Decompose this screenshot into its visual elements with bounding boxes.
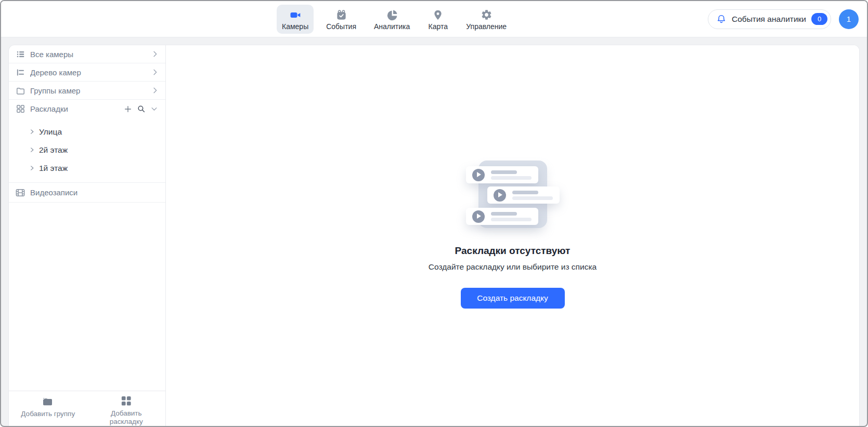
tab-management[interactable]: Управление <box>461 5 512 34</box>
map-pin-icon <box>432 8 444 22</box>
sidebar-item-camera-groups[interactable]: Группы камер <box>9 82 165 100</box>
tab-cameras[interactable]: Камеры <box>277 5 314 34</box>
main-nav: Камеры События Аналитика Карта <box>277 5 512 34</box>
add-group-label: Добавить группу <box>21 410 75 418</box>
tab-map[interactable]: Карта <box>422 5 454 34</box>
chevron-right-icon <box>151 86 159 95</box>
empty-state-title: Раскладки отсутствуют <box>455 245 571 257</box>
layouts-search-button[interactable] <box>136 103 147 114</box>
analytics-events-button[interactable]: События аналитики 0 <box>708 9 831 29</box>
tab-analytics[interactable]: Аналитика <box>369 5 415 34</box>
tree-item-label: 2й этаж <box>39 145 68 155</box>
sidebar-item-label: Видеозаписи <box>30 188 77 197</box>
top-bar: Камеры События Аналитика Карта <box>1 1 867 37</box>
empty-state-subtitle: Создайте раскладку или выбирите из списк… <box>429 262 597 272</box>
film-icon <box>15 188 25 198</box>
tab-label: Управление <box>466 22 507 31</box>
create-layout-button[interactable]: Создать раскладку <box>461 288 565 309</box>
sidebar: Все камеры Дерево камер Группы камер <box>9 45 166 426</box>
bell-icon <box>716 14 727 24</box>
sidebar-item-recordings[interactable]: Видеозаписи <box>9 183 165 203</box>
chevron-right-icon <box>29 147 35 153</box>
tree-item-label: 1й этаж <box>39 164 68 173</box>
main-area: Раскладки отсутствуют Создайте раскладку… <box>166 45 859 426</box>
tree-icon <box>15 67 25 77</box>
tab-label: Карта <box>429 22 448 31</box>
user-avatar[interactable]: 1 <box>839 9 859 29</box>
chevron-right-icon <box>151 68 159 76</box>
sidebar-spacer <box>9 203 165 391</box>
sidebar-item-label: Раскладки <box>30 104 68 113</box>
add-group-button[interactable]: Добавить группу <box>9 395 87 423</box>
empty-state: Раскладки отсутствуют Создайте раскладку… <box>166 45 859 309</box>
layouts-collapse-button[interactable] <box>149 104 159 114</box>
illustration-card <box>466 166 538 183</box>
grid-solid-icon <box>120 395 132 407</box>
sidebar-item-label: Все камеры <box>30 50 73 59</box>
video-camera-icon <box>289 8 302 22</box>
header-right-controls: События аналитики 0 1 <box>708 9 859 29</box>
tree-item-label: Улица <box>39 127 62 137</box>
search-icon <box>137 104 146 113</box>
content-panel: Все камеры Дерево камер Группы камер <box>8 45 860 426</box>
tab-events[interactable]: События <box>321 5 361 34</box>
gear-icon <box>481 8 493 22</box>
calendar-check-icon <box>335 8 347 22</box>
chevron-right-icon <box>29 165 35 171</box>
play-circle-icon <box>494 189 506 202</box>
chevron-right-icon <box>151 50 159 58</box>
tree-item-street[interactable]: Улица <box>9 123 165 141</box>
tree-item-floor-2[interactable]: 2й этаж <box>9 141 165 159</box>
pie-chart-icon <box>386 8 398 22</box>
folder-solid-icon <box>42 395 54 407</box>
sidebar-item-layouts[interactable]: Раскладки <box>9 100 165 118</box>
sidebar-item-all-cameras[interactable]: Все камеры <box>9 45 165 63</box>
layouts-empty-illustration <box>466 161 560 228</box>
tab-label: События <box>326 22 356 31</box>
illustration-card <box>487 186 560 204</box>
grid-icon <box>15 104 25 114</box>
add-layout-label: Добавить раскладку <box>95 409 158 426</box>
chevron-right-icon <box>29 129 35 135</box>
tree-item-floor-1[interactable]: 1й этаж <box>9 159 165 177</box>
sidebar-item-label: Группы камер <box>30 86 80 95</box>
sidebar-item-camera-tree[interactable]: Дерево камер <box>9 63 165 82</box>
chevron-down-icon <box>150 105 158 113</box>
plus-icon <box>124 105 132 113</box>
tab-label: Камеры <box>282 22 308 31</box>
list-icon <box>15 49 25 59</box>
app-window: Камеры События Аналитика Карта <box>0 0 868 427</box>
layouts-add-button[interactable] <box>123 104 133 114</box>
play-circle-icon <box>472 210 485 223</box>
events-count-badge: 0 <box>811 13 827 25</box>
illustration-card <box>466 208 538 225</box>
layouts-tree: Улица 2й этаж 1й этаж <box>9 118 165 183</box>
analytics-events-label: События аналитики <box>732 15 806 24</box>
add-layout-button[interactable]: Добавить раскладку <box>87 395 166 423</box>
sidebar-footer: Добавить группу Добавить раскладку <box>9 391 165 426</box>
layouts-actions <box>123 103 159 114</box>
tab-label: Аналитика <box>374 22 410 31</box>
play-circle-icon <box>472 169 485 181</box>
sidebar-item-label: Дерево камер <box>30 68 81 77</box>
folder-icon <box>15 85 25 96</box>
